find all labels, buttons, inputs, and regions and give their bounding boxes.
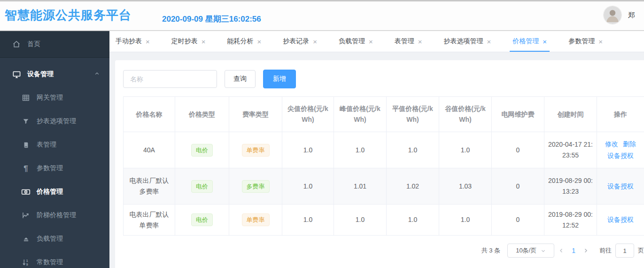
column-header-3: 尖值价格(元/kWh) [282,97,334,132]
sidebar-item-0[interactable]: 首页 [0,31,109,58]
sidebar: 首页设备管理网关管理抄表选项管理表管理¶参数管理价格管理阶梯价格管理负载管理19… [0,31,109,268]
tab-item-2[interactable]: 能耗分析× [227,31,262,52]
column-header-6: 谷值价格(元/kWh) [439,97,492,132]
close-icon[interactable]: × [257,38,262,45]
close-icon[interactable]: × [418,38,422,45]
eject-icon [21,234,31,244]
tab-item-5[interactable]: 表管理× [395,31,422,52]
prev-page-button[interactable] [559,248,564,253]
user-box[interactable]: 郑 [604,6,635,24]
action-link[interactable]: 修改 [605,139,618,150]
column-header-0: 价格名称 [124,97,175,132]
column-header-2: 费率类型 [229,97,282,132]
next-page-button[interactable] [583,248,589,253]
price-table: 价格名称价格类型费率类型尖值价格(元/kWh)峰值价格(元/kWh)平值价格(元… [123,96,644,236]
sidebar-item-5[interactable]: ¶参数管理 [0,157,109,180]
action-link[interactable]: 设备授权 [607,214,634,225]
action-link[interactable]: 删除 [623,139,636,150]
close-icon[interactable]: × [487,38,491,45]
tab-item-6[interactable]: 抄表选项管理× [444,31,491,52]
table-row: 40A电价单费率1.01.01.01.002020-04-17 21:23:55… [124,132,644,168]
tab-item-8[interactable]: 参数管理× [568,31,603,52]
pagination: 共 3 条 10条/页 1 前往 页 [123,244,644,258]
sidebar-item-3[interactable]: 抄表选项管理 [0,110,109,133]
page-number[interactable]: 1 [572,247,575,254]
column-header-4: 峰值价格(元/kWh) [334,97,387,132]
search-input[interactable] [123,70,217,88]
tab-item-1[interactable]: 定时抄表× [171,31,206,52]
tab-item-7[interactable]: 价格管理× [512,31,547,52]
orange-badge: 单费率 [242,144,270,157]
tab-item-4[interactable]: 负载管理× [339,31,373,52]
table-row: 电表出厂默认单费率电价单费率1.01.01.01.002019-08-29 00… [124,205,644,236]
chart-line-icon [21,211,31,220]
money-icon [21,187,31,197]
book-icon [21,140,31,150]
sidebar-item-9[interactable]: 19常数管理 [0,251,109,268]
close-icon[interactable]: × [202,38,206,45]
green-badge: 电价 [191,180,213,193]
column-header-8: 创建时间 [544,97,597,132]
svg-text:9: 9 [26,263,28,266]
close-icon[interactable]: × [146,38,150,45]
close-icon[interactable]: × [369,38,373,45]
sidebar-item-4[interactable]: 表管理 [0,133,109,157]
grid-icon [21,93,31,102]
column-header-5: 平值价格(元/kWh) [387,97,439,132]
close-icon[interactable]: × [598,38,603,45]
page-unit-label: 页 [638,246,644,255]
tab-item-0[interactable]: 手动抄表× [116,31,150,52]
action-link[interactable]: 设备授权 [607,181,634,192]
page-size-select[interactable]: 10条/页 [507,244,554,258]
close-icon[interactable]: × [543,38,547,45]
table-row: 电表出厂默认多费率电价多费率1.01.011.021.0302019-08-29… [124,168,644,205]
sidebar-item-8[interactable]: 负载管理 [0,227,109,251]
sidebar-item-1[interactable]: 设备管理 [0,63,109,86]
add-button[interactable]: 新增 [263,70,296,88]
total-count: 共 3 条 [481,246,500,255]
green-badge: 电价 [191,144,213,157]
tab-bar: 手动抄表×定时抄表×能耗分析×抄表记录×负载管理×表管理×抄表选项管理×价格管理… [109,31,644,52]
column-header-7: 电网维护费 [492,97,544,132]
page-title: 智慧能源公共服务平台 [5,7,132,24]
green-badge: 电价 [191,213,213,226]
sidebar-item-6[interactable]: 价格管理 [0,180,109,204]
datetime-text: 2020-09-09 星期三16:02:56 [162,14,261,24]
orange-badge: 单费率 [242,213,270,226]
top-strip [0,0,644,2]
tab-item-3[interactable]: 抄表记录× [283,31,317,52]
toolbar: 查询 新增 [123,70,644,88]
filter-icon [21,117,31,126]
sort-numeric-icon: 19 [21,258,31,267]
action-link[interactable]: 设备授权 [607,150,634,161]
monitor-icon [12,70,21,79]
top-header: 智慧能源公共服务平台 2020-09-09 星期三16:02:56 郑 [0,0,644,31]
goto-page-input[interactable] [615,244,634,258]
column-header-9: 操作 [597,97,644,132]
sidebar-item-2[interactable]: 网关管理 [0,86,109,110]
pilcrow-icon: ¶ [21,164,31,173]
query-button[interactable]: 查询 [225,70,256,88]
home-icon [12,39,21,49]
svg-text:1: 1 [26,259,28,262]
content-card: 查询 新增 价格名称价格类型费率类型尖值价格(元/kWh)峰值价格(元/kWh)… [115,60,644,268]
chevron-down-icon [541,248,546,253]
user-name: 郑 [628,11,635,20]
goto-label: 前往 [599,246,612,255]
sidebar-item-7[interactable]: 阶梯价格管理 [0,204,109,227]
column-header-1: 价格类型 [175,97,229,132]
green-badge: 多费率 [242,180,270,193]
avatar[interactable] [604,6,621,24]
chevron-up-icon [94,71,100,77]
close-icon[interactable]: × [313,38,317,45]
